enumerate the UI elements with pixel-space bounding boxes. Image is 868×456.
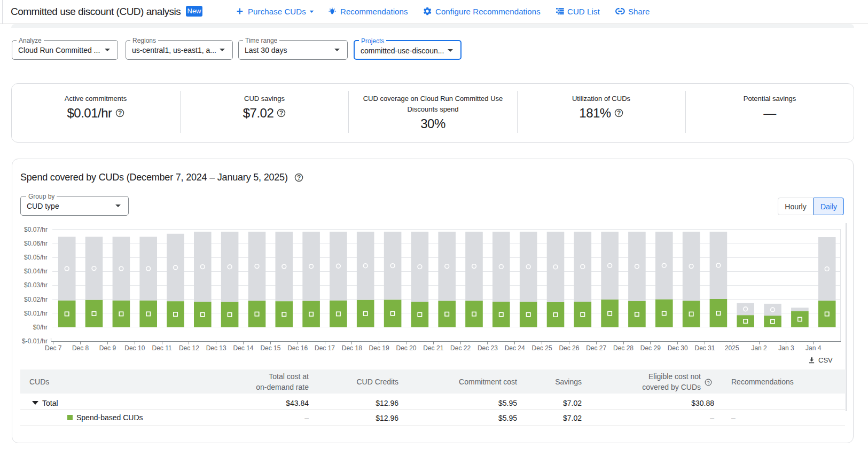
svg-text:?: ? [617, 109, 621, 117]
svg-text:?: ? [707, 380, 710, 386]
svg-text:?: ? [279, 109, 283, 117]
svg-text:?: ? [297, 174, 301, 182]
svg-text:?: ? [118, 109, 122, 117]
